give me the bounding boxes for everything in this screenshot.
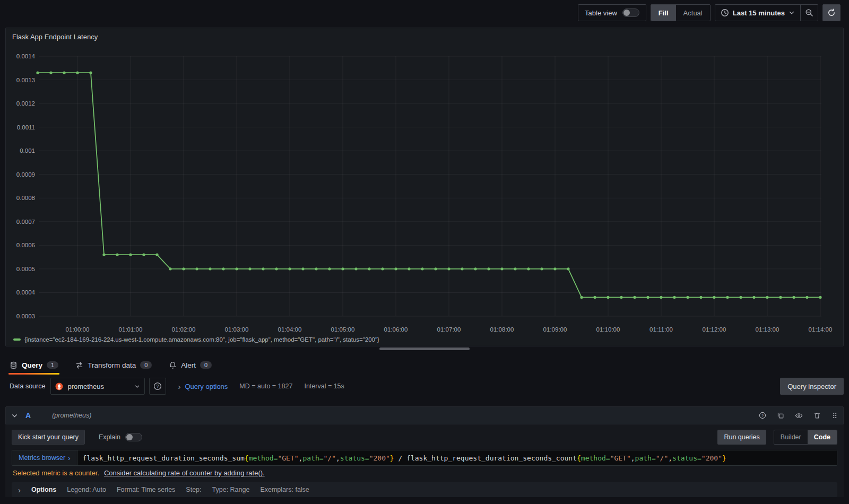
drag-handle-icon[interactable] [831, 412, 838, 419]
svg-text:?: ? [761, 413, 764, 418]
query-token: } [390, 454, 394, 462]
toggle-knob [623, 10, 630, 16]
options-format: Format: Time series [117, 486, 175, 493]
refresh-button[interactable] [822, 4, 841, 21]
builder-mode-button[interactable]: Builder [774, 430, 808, 444]
datasource-label: Data source [5, 383, 50, 390]
data-point [447, 267, 450, 270]
data-point [593, 296, 596, 299]
query-token: , [631, 454, 635, 462]
metrics-browser-link[interactable]: Metrics browser › [12, 450, 77, 465]
options-label: Options [31, 486, 56, 493]
query-expression[interactable]: flask_http_request_duration_seconds_sum{… [77, 450, 837, 465]
query-token: "GET" [278, 454, 298, 462]
query-token: "/" [324, 454, 336, 462]
table-view-toggle[interactable] [622, 8, 639, 17]
query-inspector-button[interactable]: Query inspector [780, 378, 844, 395]
duplicate-query-icon[interactable] [777, 412, 784, 419]
kick-start-query-button[interactable]: Kick start your query [12, 430, 85, 445]
query-token: "/" [656, 454, 668, 462]
x-tick-label: 01:04:00 [278, 326, 302, 333]
tab-transform-data[interactable]: Transform data 0 [74, 355, 153, 375]
collapse-chevron-icon[interactable] [11, 412, 18, 419]
data-point [766, 296, 768, 299]
clock-icon [721, 8, 729, 17]
data-point [607, 296, 609, 299]
hide-query-eye-icon[interactable] [795, 412, 803, 420]
help-circle-icon: ? [153, 382, 162, 390]
data-point [116, 254, 118, 256]
run-queries-button[interactable]: Run queries [717, 430, 766, 445]
data-point [686, 296, 689, 299]
data-point [699, 296, 702, 299]
fill-button[interactable]: Fill [651, 5, 676, 21]
tab-alert-badge: 0 [200, 361, 212, 369]
y-tick-label: 0.0011 [17, 124, 35, 131]
tab-query[interactable]: Query 1 [8, 355, 59, 375]
bell-icon [169, 361, 177, 369]
data-point [76, 72, 79, 74]
data-point [222, 267, 224, 270]
y-tick-label: 0.001 [20, 147, 35, 154]
tab-alert[interactable]: Alert 0 [168, 355, 213, 375]
options-exemplars: Exemplars: false [260, 486, 309, 493]
chevron-right-icon: › [18, 486, 21, 494]
time-range-picker[interactable]: Last 15 minutes [715, 5, 800, 21]
x-tick-label: 01:06:00 [384, 326, 408, 333]
time-picker-group: Last 15 minutes [715, 4, 818, 21]
chevron-down-icon [789, 10, 795, 16]
fill-actual-group: Fill Actual [651, 4, 711, 21]
data-point [129, 254, 132, 256]
query-editor-row: Metrics browser › flask_http_request_dur… [12, 450, 837, 466]
x-tick-label: 01:11:00 [649, 326, 673, 333]
query-token: { [577, 454, 581, 462]
data-point [434, 267, 437, 270]
data-point [155, 254, 158, 256]
query-options-collapse[interactable]: › Query options [178, 383, 228, 390]
legend-series-swatch [13, 338, 21, 341]
interval-text: Interval = 15s [304, 383, 344, 390]
data-point [474, 267, 477, 270]
y-tick-label: 0.0004 [16, 289, 36, 296]
datasource-help-button[interactable]: ? [149, 378, 166, 395]
table-view-label: Table view [585, 9, 617, 17]
data-point [315, 267, 317, 270]
x-tick-label: 01:12:00 [703, 326, 726, 333]
zoom-out-time-button[interactable] [800, 5, 818, 21]
data-point [288, 267, 291, 270]
data-point [646, 296, 649, 299]
query-ref-id: A [25, 411, 31, 420]
query-token: status= [340, 454, 369, 462]
data-point [262, 267, 264, 270]
options-legend: Legend: Auto [67, 486, 106, 493]
x-tick-label: 01:09:00 [543, 326, 567, 333]
builder-code-group: Builder Code [774, 430, 837, 445]
panel-resize-handle[interactable] [379, 347, 470, 350]
actual-button[interactable]: Actual [676, 5, 710, 21]
latency-chart[interactable]: 0.00140.00130.00120.00110.0010.00090.000… [6, 28, 843, 346]
query-row-header[interactable]: A (prometheus) ? [5, 406, 844, 424]
y-tick-label: 0.0013 [16, 77, 35, 83]
y-tick-label: 0.0003 [16, 313, 35, 319]
datasource-picker[interactable]: prometheus [50, 378, 145, 395]
max-data-points-text: MD = auto = 1827 [239, 383, 292, 390]
legend-series-label: {instance="ec2-184-169-216-224.us-west-1… [24, 336, 379, 343]
warning-rate-link[interactable]: Consider calculating rate of counter by … [104, 469, 265, 477]
delete-query-trash-icon[interactable] [813, 412, 821, 419]
x-tick-label: 01:08:00 [490, 326, 514, 333]
x-tick-label: 01:14:00 [809, 326, 833, 333]
datasource-row: Data source prometheus ? › Query options… [5, 378, 844, 395]
x-tick-label: 01:10:00 [596, 326, 620, 333]
data-point [408, 267, 410, 270]
query-token: "GET" [610, 454, 631, 462]
query-token: } [722, 454, 726, 462]
query-help-icon[interactable]: ? [759, 412, 766, 419]
code-mode-button[interactable]: Code [808, 430, 837, 444]
query-options-summary[interactable]: › Options Legend: Auto Format: Time seri… [12, 482, 837, 497]
legend-item[interactable]: {instance="ec2-184-169-216-224.us-west-1… [13, 336, 379, 343]
x-tick-label: 01:02:00 [172, 326, 196, 333]
data-point [421, 267, 423, 270]
transform-icon [75, 361, 83, 369]
data-point [752, 296, 755, 299]
explain-toggle[interactable] [125, 433, 142, 441]
